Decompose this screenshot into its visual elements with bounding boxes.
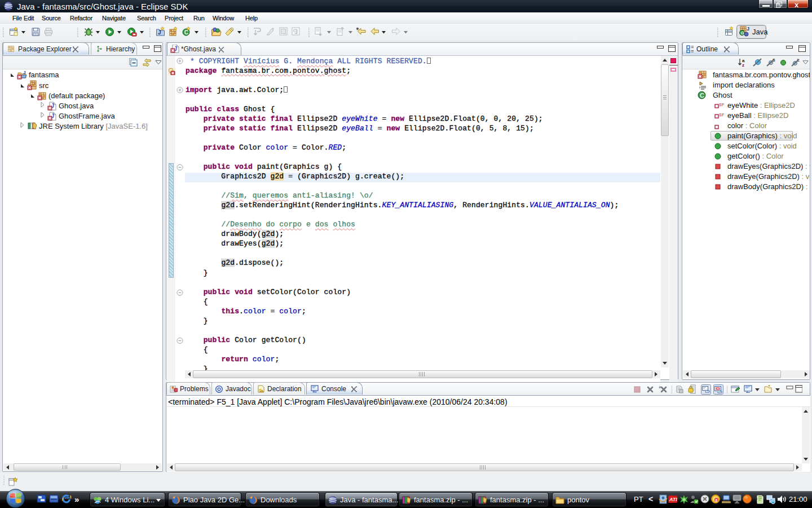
svg-text:Java: Java [752, 28, 768, 36]
svg-text:F: F [722, 103, 724, 107]
svg-text:J: J [747, 26, 749, 32]
svg-text:J: J [23, 70, 25, 75]
svg-text:»: » [74, 494, 79, 504]
svg-text:ATI: ATI [669, 497, 677, 502]
svg-text:J: J [158, 29, 161, 36]
svg-text:z: z [742, 63, 744, 68]
svg-text:G: G [741, 30, 744, 36]
svg-text:C: C [700, 92, 704, 99]
svg-text:C: C [184, 29, 188, 36]
svg-text:8: 8 [716, 498, 718, 502]
svg-text:F: F [722, 113, 724, 117]
